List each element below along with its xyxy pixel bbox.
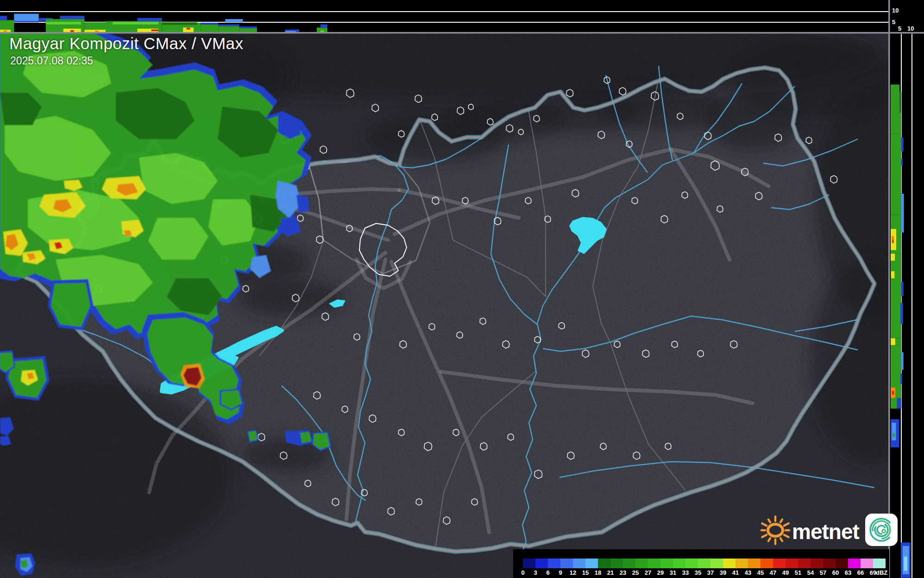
dbz-cell-60 [836,559,848,568]
dbz-cell-31 [673,559,685,568]
dbz-cell-15 [585,559,598,568]
dbz-cell-25 [635,559,648,568]
dbz-label-31: 31 [666,569,679,576]
dbz-cell-41 [735,559,748,568]
dbz-cell-21 [610,559,623,568]
metnet-app-icon [864,511,900,552]
dbz-label-37: 37 [704,569,717,576]
dbz-label-18: 18 [591,569,604,576]
dbz-label-9: 9 [554,569,567,576]
dbz-label-63: 63 [842,569,855,576]
dbz-cell-57 [823,559,836,568]
dbz-color-scale [523,559,886,568]
dbz-label-43: 43 [742,569,754,576]
page-title: Magyar Kompozit CMax / VMax [9,34,244,53]
dbz-label-60: 60 [829,569,842,576]
dbz-cell-39 [723,559,735,568]
dbz-label-35: 35 [691,569,704,576]
top-profile-scale-10km: 10 [892,7,899,14]
dbz-label-25: 25 [629,569,642,576]
dbz-label-54: 54 [804,569,817,576]
dbz-label-33: 33 [679,569,692,576]
dbz-cell-54 [811,559,823,568]
dbz-cell-51 [798,559,811,568]
dbz-cell-63 [848,559,861,568]
dbz-label-57: 57 [817,569,830,576]
dbz-cell-29 [660,559,673,568]
dbz-cell-33 [685,559,698,568]
dbz-cell-12 [573,559,585,568]
radar-app-window: Magyar Kompozit CMax / VMax 2025.07.08 0… [0,0,924,578]
dbz-cell-3 [535,559,548,568]
dbz-cell-69 [873,559,886,568]
top-profile-scale-5km: 5 [892,19,895,25]
dbz-cell-35 [698,559,710,568]
dbz-unit-label: dBZ [876,569,887,576]
dbz-cell-47 [773,559,786,568]
dbz-label-45: 45 [754,569,767,576]
metnet-logo: metnet [759,511,902,552]
dbz-cell-37 [710,559,723,568]
dbz-label-12: 12 [566,569,579,576]
dbz-cell-18 [598,559,610,568]
timestamp: 2025.07.08 02:35 [10,55,93,67]
dbz-cell-23 [623,559,635,568]
dbz-label-0: 0 [516,569,529,576]
dbz-cell-66 [861,559,873,568]
dbz-cell-6 [548,559,560,568]
dbz-label-47: 47 [767,569,779,576]
dbz-label-23: 23 [616,569,629,576]
dbz-label-29: 29 [654,569,667,576]
dbz-cell-45 [761,559,773,568]
dbz-color-legend: 0369121518212325272931333537394143454749… [513,549,889,578]
dbz-cell-49 [786,559,798,568]
dbz-label-41: 41 [729,569,742,576]
dbz-label-6: 6 [541,569,554,576]
metnet-wordmark: metnet [792,519,859,544]
right-profile-scale-10km: 10 [907,25,914,32]
dbz-label-39: 39 [717,569,729,576]
dbz-label-27: 27 [641,569,654,576]
dbz-label-21: 21 [604,569,617,576]
dbz-cell-0 [523,559,535,568]
dbz-label-49: 49 [779,569,792,576]
sun-icon [759,511,792,552]
dbz-cell-27 [648,559,660,568]
dbz-cell-43 [748,559,761,568]
weather-radar-map [0,0,924,578]
dbz-cell-9 [560,559,573,568]
right-profile-scale-5km: 5 [898,25,901,32]
dbz-label-15: 15 [579,569,592,576]
dbz-label-3: 3 [529,569,542,576]
dbz-label-51: 51 [792,569,805,576]
dbz-label-66: 66 [854,569,867,576]
